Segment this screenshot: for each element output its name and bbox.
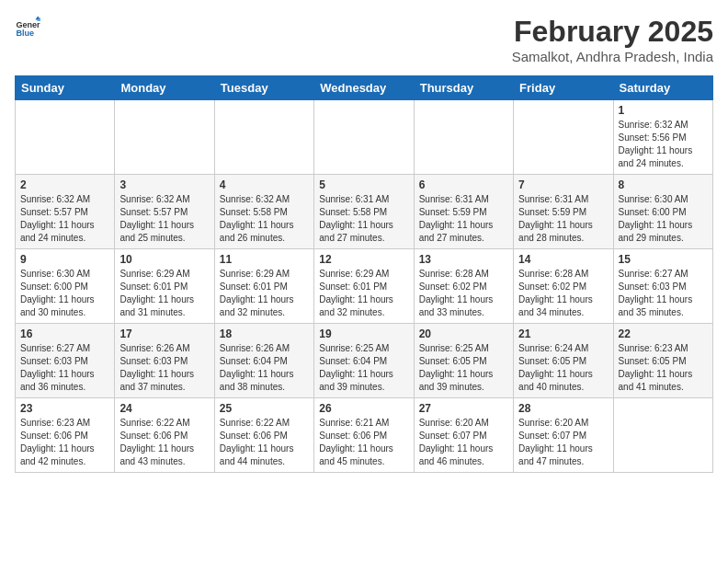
calendar-cell: 17Sunrise: 6:26 AM Sunset: 6:03 PM Dayli… <box>115 324 214 398</box>
day-info: Sunrise: 6:31 AM Sunset: 5:59 PM Dayligh… <box>419 193 508 245</box>
calendar-cell: 10Sunrise: 6:29 AM Sunset: 6:01 PM Dayli… <box>115 249 214 324</box>
weekday-header-row: SundayMondayTuesdayWednesdayThursdayFrid… <box>16 76 713 100</box>
day-number: 8 <box>619 178 708 191</box>
day-info: Sunrise: 6:25 AM Sunset: 6:04 PM Dayligh… <box>319 342 408 394</box>
day-number: 19 <box>319 327 408 340</box>
weekday-header: Saturday <box>613 76 712 100</box>
day-info: Sunrise: 6:27 AM Sunset: 6:03 PM Dayligh… <box>20 342 109 394</box>
weekday-header: Friday <box>514 76 613 100</box>
day-info: Sunrise: 6:22 AM Sunset: 6:06 PM Dayligh… <box>220 417 309 468</box>
calendar-cell <box>414 100 513 175</box>
day-info: Sunrise: 6:31 AM Sunset: 5:59 PM Dayligh… <box>518 193 608 245</box>
calendar-cell <box>16 100 115 175</box>
calendar-cell <box>314 100 414 175</box>
day-number: 23 <box>20 402 109 415</box>
calendar-week-row: 23Sunrise: 6:23 AM Sunset: 6:06 PM Dayli… <box>16 398 713 473</box>
day-number: 25 <box>220 402 309 415</box>
calendar-cell: 28Sunrise: 6:20 AM Sunset: 6:07 PM Dayli… <box>514 398 613 473</box>
calendar-cell <box>514 100 613 175</box>
calendar-cell: 15Sunrise: 6:27 AM Sunset: 6:03 PM Dayli… <box>613 249 712 324</box>
day-number: 24 <box>119 402 209 415</box>
logo-icon: General Blue <box>15 15 40 40</box>
calendar-week-row: 1Sunrise: 6:32 AM Sunset: 5:56 PM Daylig… <box>16 100 713 175</box>
day-number: 14 <box>518 253 608 266</box>
calendar-cell: 2Sunrise: 6:32 AM Sunset: 5:57 PM Daylig… <box>16 175 115 249</box>
calendar-cell: 8Sunrise: 6:30 AM Sunset: 6:00 PM Daylig… <box>613 175 712 249</box>
day-info: Sunrise: 6:26 AM Sunset: 6:04 PM Dayligh… <box>220 342 309 394</box>
day-info: Sunrise: 6:26 AM Sunset: 6:03 PM Dayligh… <box>119 342 209 394</box>
day-info: Sunrise: 6:23 AM Sunset: 6:05 PM Dayligh… <box>619 342 708 394</box>
calendar-week-row: 16Sunrise: 6:27 AM Sunset: 6:03 PM Dayli… <box>16 324 713 398</box>
day-info: Sunrise: 6:29 AM Sunset: 6:01 PM Dayligh… <box>220 268 309 319</box>
calendar-table: SundayMondayTuesdayWednesdayThursdayFrid… <box>15 75 713 473</box>
calendar-cell: 18Sunrise: 6:26 AM Sunset: 6:04 PM Dayli… <box>214 324 313 398</box>
calendar-cell: 14Sunrise: 6:28 AM Sunset: 6:02 PM Dayli… <box>514 249 613 324</box>
calendar-cell: 16Sunrise: 6:27 AM Sunset: 6:03 PM Dayli… <box>16 324 115 398</box>
day-number: 21 <box>518 327 608 340</box>
day-number: 10 <box>119 253 209 266</box>
calendar-cell: 6Sunrise: 6:31 AM Sunset: 5:59 PM Daylig… <box>414 175 513 249</box>
calendar-cell: 9Sunrise: 6:30 AM Sunset: 6:00 PM Daylig… <box>16 249 115 324</box>
day-number: 5 <box>319 178 408 191</box>
day-number: 2 <box>20 178 109 191</box>
calendar-cell: 21Sunrise: 6:24 AM Sunset: 6:05 PM Dayli… <box>514 324 613 398</box>
day-number: 3 <box>119 178 209 191</box>
day-number: 16 <box>20 327 109 340</box>
day-number: 13 <box>419 253 508 266</box>
calendar-cell: 1Sunrise: 6:32 AM Sunset: 5:56 PM Daylig… <box>613 100 712 175</box>
day-info: Sunrise: 6:20 AM Sunset: 6:07 PM Dayligh… <box>419 417 508 468</box>
weekday-header: Tuesday <box>214 76 313 100</box>
day-info: Sunrise: 6:32 AM Sunset: 5:58 PM Dayligh… <box>220 193 309 245</box>
weekday-header: Thursday <box>414 76 513 100</box>
day-info: Sunrise: 6:31 AM Sunset: 5:58 PM Dayligh… <box>319 193 408 245</box>
day-info: Sunrise: 6:21 AM Sunset: 6:06 PM Dayligh… <box>319 417 408 468</box>
day-info: Sunrise: 6:30 AM Sunset: 6:00 PM Dayligh… <box>20 268 109 319</box>
logo: General Blue <box>15 15 40 40</box>
day-number: 27 <box>419 402 508 415</box>
calendar-cell <box>613 398 712 473</box>
day-info: Sunrise: 6:28 AM Sunset: 6:02 PM Dayligh… <box>518 268 608 319</box>
day-info: Sunrise: 6:28 AM Sunset: 6:02 PM Dayligh… <box>419 268 508 319</box>
calendar-cell: 22Sunrise: 6:23 AM Sunset: 6:05 PM Dayli… <box>613 324 712 398</box>
day-info: Sunrise: 6:30 AM Sunset: 6:00 PM Dayligh… <box>619 193 708 245</box>
day-number: 22 <box>619 327 708 340</box>
weekday-header: Sunday <box>16 76 115 100</box>
day-info: Sunrise: 6:29 AM Sunset: 6:01 PM Dayligh… <box>319 268 408 319</box>
calendar-week-row: 9Sunrise: 6:30 AM Sunset: 6:00 PM Daylig… <box>16 249 713 324</box>
calendar-title: February 2025 <box>512 15 713 49</box>
day-info: Sunrise: 6:32 AM Sunset: 5:57 PM Dayligh… <box>20 193 109 245</box>
weekday-header: Wednesday <box>314 76 414 100</box>
day-number: 7 <box>518 178 608 191</box>
day-number: 20 <box>419 327 508 340</box>
svg-text:Blue: Blue <box>16 29 34 38</box>
day-number: 12 <box>319 253 408 266</box>
calendar-week-row: 2Sunrise: 6:32 AM Sunset: 5:57 PM Daylig… <box>16 175 713 249</box>
day-info: Sunrise: 6:27 AM Sunset: 6:03 PM Dayligh… <box>619 268 708 319</box>
calendar-cell: 12Sunrise: 6:29 AM Sunset: 6:01 PM Dayli… <box>314 249 414 324</box>
calendar-cell: 27Sunrise: 6:20 AM Sunset: 6:07 PM Dayli… <box>414 398 513 473</box>
day-info: Sunrise: 6:22 AM Sunset: 6:06 PM Dayligh… <box>119 417 209 468</box>
day-number: 15 <box>619 253 708 266</box>
calendar-subtitle: Samalkot, Andhra Pradesh, India <box>512 49 713 64</box>
day-number: 17 <box>119 327 209 340</box>
calendar-cell: 26Sunrise: 6:21 AM Sunset: 6:06 PM Dayli… <box>314 398 414 473</box>
day-number: 1 <box>619 104 708 117</box>
day-number: 18 <box>220 327 309 340</box>
calendar-cell: 23Sunrise: 6:23 AM Sunset: 6:06 PM Dayli… <box>16 398 115 473</box>
day-number: 28 <box>518 402 608 415</box>
calendar-cell: 13Sunrise: 6:28 AM Sunset: 6:02 PM Dayli… <box>414 249 513 324</box>
day-number: 6 <box>419 178 508 191</box>
day-number: 26 <box>319 402 408 415</box>
calendar-cell: 24Sunrise: 6:22 AM Sunset: 6:06 PM Dayli… <box>115 398 214 473</box>
calendar-cell: 11Sunrise: 6:29 AM Sunset: 6:01 PM Dayli… <box>214 249 313 324</box>
day-info: Sunrise: 6:24 AM Sunset: 6:05 PM Dayligh… <box>518 342 608 394</box>
calendar-cell: 19Sunrise: 6:25 AM Sunset: 6:04 PM Dayli… <box>314 324 414 398</box>
day-number: 4 <box>220 178 309 191</box>
day-info: Sunrise: 6:25 AM Sunset: 6:05 PM Dayligh… <box>419 342 508 394</box>
day-info: Sunrise: 6:23 AM Sunset: 6:06 PM Dayligh… <box>20 417 109 468</box>
day-number: 9 <box>20 253 109 266</box>
weekday-header: Monday <box>115 76 214 100</box>
calendar-cell: 20Sunrise: 6:25 AM Sunset: 6:05 PM Dayli… <box>414 324 513 398</box>
day-info: Sunrise: 6:29 AM Sunset: 6:01 PM Dayligh… <box>119 268 209 319</box>
calendar-cell <box>115 100 214 175</box>
